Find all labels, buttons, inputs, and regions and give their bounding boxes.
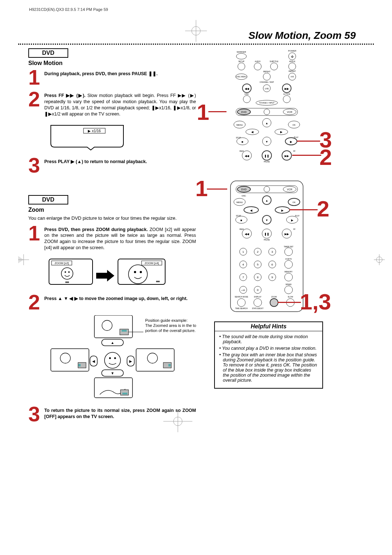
zoom-intro: You can enlarge the DVD picture to twice…: [28, 215, 196, 221]
svg-point-63: [263, 73, 270, 80]
svg-text:▶: ▶: [280, 130, 283, 134]
svg-point-8: [65, 271, 66, 273]
svg-text:MARKER: MARKER: [237, 51, 246, 53]
header-stamp: H9231CD(EN).QX3 02.9.5 7:14 PM Page 59: [18, 7, 374, 12]
svg-text:▲: ▲: [265, 199, 268, 202]
svg-text:▲: ▲: [111, 341, 114, 345]
svg-text:◀◀: ◀◀: [245, 232, 249, 236]
svg-point-15: [134, 271, 136, 273]
hint-item: You cannot play a DVD in reverse slow mo…: [219, 346, 318, 351]
svg-text:2: 2: [257, 250, 259, 254]
svg-text:◀: ◀: [92, 359, 95, 363]
svg-text:▶: ▶: [291, 219, 294, 222]
svg-text:REPEAT: REPEAT: [289, 70, 296, 72]
svg-text:6: 6: [271, 263, 273, 266]
svg-rect-10: [65, 281, 69, 283]
svg-text:SPEED: SPEED: [286, 283, 292, 285]
remote-callout: 2: [317, 196, 329, 222]
svg-text:▶: ▶: [290, 140, 293, 143]
svg-text:FF: FF: [293, 228, 295, 230]
svg-text:A-B: A-B: [291, 76, 294, 78]
svg-text:REW: REW: [240, 228, 244, 230]
svg-point-39: [114, 357, 116, 359]
crop-mark-icon: [18, 254, 29, 265]
svg-text:AUDIO: AUDIO: [255, 60, 261, 62]
svg-text:SETUP: SETUP: [238, 60, 245, 62]
crop-mark-icon: [374, 254, 385, 265]
svg-text:⏻: ⏻: [291, 55, 294, 58]
svg-text:ZOOM [x2]: ZOOM [x2]: [54, 262, 69, 265]
svg-text:MEMORY: MEMORY: [285, 271, 293, 273]
helpful-hints-box: Helpful Hints The sound will be mute dur…: [214, 321, 323, 389]
svg-point-75: [243, 96, 250, 103]
svg-point-155: [285, 248, 293, 256]
svg-point-177: [285, 286, 293, 294]
svg-text:+10: +10: [241, 289, 245, 291]
svg-text:▲: ▲: [265, 122, 268, 125]
svg-text:▼: ▼: [265, 140, 268, 143]
svg-text:VCR: VCR: [287, 111, 293, 113]
hint-item: The gray box with an inner blue box that…: [219, 352, 318, 383]
svg-text:ACTION: ACTION: [283, 93, 290, 95]
step-text: During playback, press DVD, then press P…: [44, 69, 158, 77]
svg-text:DISPLAY: DISPLAY: [254, 296, 262, 298]
step-number: 3: [28, 405, 44, 423]
zoom-illustration: ZOOM [x2] ZOOM [x4]: [47, 255, 196, 290]
svg-text:Position guide example:: Position guide example:: [145, 318, 188, 323]
svg-text:4: 4: [242, 263, 244, 266]
hint-item: The sound will be mute during slow motio…: [219, 334, 318, 344]
step-number: 2: [28, 90, 44, 108]
svg-text:▶: ▶: [129, 359, 132, 363]
svg-text:CHANNEL / SKIP: CHANNEL / SKIP: [260, 81, 274, 83]
svg-text:■: ■: [241, 219, 242, 222]
svg-text:The Zoomed area is in the top: The Zoomed area is in the top: [145, 323, 196, 328]
svg-text:▶▶: ▶▶: [285, 232, 289, 236]
svg-text:▶: ▶: [281, 209, 284, 212]
step-text: Press FF ▶▶ (▶). Slow motion playback wi…: [44, 90, 196, 117]
svg-text:◀: ◀: [250, 209, 253, 212]
svg-point-26: [60, 353, 70, 363]
step-number: 3: [28, 157, 44, 174]
dotted-rule: [18, 44, 374, 45]
svg-text:DISC: DISC: [242, 195, 246, 197]
svg-text:MENU: MENU: [236, 201, 243, 203]
svg-text:PAUSE: PAUSE: [264, 161, 270, 163]
remote-callout: 1: [197, 99, 209, 125]
svg-text:DVD: DVD: [241, 111, 247, 113]
svg-text:SEARCH MODE: SEARCH MODE: [234, 296, 248, 298]
remote-bottom: DVD VCR DISC MENU OK ▲ ◀ ▶ ▼ ■STOP ▶PLAY…: [211, 179, 374, 313]
svg-point-55: [254, 63, 261, 70]
svg-point-38: [109, 357, 111, 359]
svg-point-59: [289, 63, 296, 70]
step-number: 1: [28, 224, 44, 242]
svg-text:REPEAT: REPEAT: [263, 70, 270, 73]
hints-title: Helpful Hints: [215, 322, 322, 331]
dvd-badge-slow: DVD: [28, 48, 68, 58]
svg-text:TV/VIDEO / INPUT: TV/VIDEO / INPUT: [259, 102, 275, 104]
svg-text:▼: ▼: [111, 371, 114, 375]
section-title-slow: Slow Motion: [28, 60, 196, 66]
remote-top: MARKER ⏻POWER SETUP AUDIO SUBTITLE ANGLE…: [211, 48, 374, 168]
svg-point-57: [270, 63, 278, 70]
svg-text:▼: ▼: [265, 219, 268, 222]
step-number: 1: [28, 69, 44, 86]
svg-text:ANGLE: ANGLE: [289, 60, 296, 62]
svg-point-19: [102, 320, 112, 331]
svg-text:1: 1: [242, 250, 244, 254]
svg-text:3: 3: [271, 250, 273, 254]
svg-text:STOP: STOP: [236, 137, 241, 139]
svg-text:◀◀: ◀◀: [245, 87, 249, 90]
svg-point-163: [285, 260, 293, 268]
step-number: 2: [28, 293, 44, 311]
section-title-zoom: Zoom: [28, 207, 196, 213]
svg-point-84: [264, 109, 270, 115]
svg-point-179: [237, 299, 245, 307]
remote-callout: 2: [319, 144, 332, 170]
svg-text:STOP: STOP: [236, 215, 241, 217]
svg-point-9: [68, 271, 70, 273]
svg-text:FF: FF: [293, 150, 295, 152]
remote-callout: 1: [195, 175, 208, 201]
svg-text:▶▶: ▶▶: [285, 154, 289, 158]
svg-rect-21: [122, 330, 127, 332]
svg-text:5: 5: [257, 263, 259, 266]
